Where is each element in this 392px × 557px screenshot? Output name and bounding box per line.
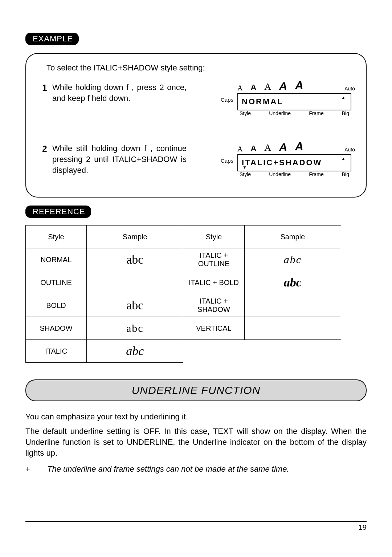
note-marker-icon: + <box>25 464 47 475</box>
lcd-text: ITALIC+SHADOW <box>242 158 322 167</box>
table-row: NORMAL abc ITALIC + OUTLINE abc <box>26 248 341 271</box>
caps-label: Caps <box>221 158 233 164</box>
lcd-display-1: A A A A A Auto Caps NORMAL ▲ Style Under <box>213 82 355 118</box>
lcd-bottom-underline: Underline <box>269 110 291 117</box>
lcd-frame: NORMAL ▲ <box>237 93 351 110</box>
example-box: To select the ITALIC+SHADOW style settin… <box>25 53 367 198</box>
lcd-bottom-big: Big <box>342 171 349 178</box>
lcd-bottom-big: Big <box>342 110 349 117</box>
style-cell: NORMAL <box>26 248 87 271</box>
lcd-display-2: A A A A A Auto Caps ITALIC+SHADOW ▲ ▼ St <box>213 143 355 179</box>
a-glyph-icon: A <box>250 144 256 153</box>
reference-table: Style Sample Style Sample NORMAL abc ITA… <box>25 225 341 363</box>
a-glyph-icon: A <box>264 81 271 92</box>
lcd-icons: A A A A A <box>237 82 338 92</box>
sample-cell: abc <box>87 317 183 340</box>
a-glyph-icon: A <box>250 83 256 92</box>
arrow-up-icon: ▲ <box>341 95 346 100</box>
lcd-bottom-style: Style <box>240 171 251 178</box>
lcd-bottom-frame: Frame <box>309 110 323 117</box>
underline-paragraph-2: The default underline setting is OFF. In… <box>25 426 367 459</box>
lcd-frame: ITALIC+SHADOW ▲ ▼ <box>237 154 351 171</box>
table-row: SHADOW abc VERTICAL <box>26 317 341 340</box>
style-cell: VERTICAL <box>183 317 244 340</box>
style-cell: ITALIC + SHADOW <box>183 294 244 317</box>
a-glyph-icon: A <box>295 79 303 92</box>
underline-paragraph-1: You can emphasize your text by underlini… <box>25 411 367 422</box>
step-row-1: 1 While holding down f , press 2 once, a… <box>37 82 355 118</box>
sample-cell <box>244 317 341 340</box>
step-text: While holding down f , press 2 once, and… <box>52 82 187 104</box>
section-header: UNDERLINE FUNCTION <box>25 379 367 401</box>
a-glyph-icon: A <box>279 141 287 153</box>
lcd-bottom-frame: Frame <box>309 171 323 178</box>
sample-cell <box>87 271 183 294</box>
step-text: While still holding down f , continue pr… <box>52 143 187 176</box>
a-glyph-icon: A <box>237 145 242 153</box>
lcd-text: NORMAL <box>242 97 283 106</box>
style-cell: ITALIC + BOLD <box>183 271 244 294</box>
example-intro: To select the ITALIC+SHADOW style settin… <box>46 63 355 73</box>
sample-cell: abc <box>87 340 183 363</box>
page-number: 19 <box>359 523 367 532</box>
lcd-icons: A A A A A <box>237 143 338 153</box>
style-cell: BOLD <box>26 294 87 317</box>
reference-label: REFERENCE <box>25 206 91 218</box>
step-number: 2 <box>37 143 52 154</box>
style-cell: ITALIC <box>26 340 87 363</box>
table-row: BOLD abc ITALIC + SHADOW <box>26 294 341 317</box>
arrow-up-icon: ▲ <box>341 156 346 161</box>
sample-cell: abc <box>87 294 183 317</box>
header-sample: Sample <box>87 225 183 248</box>
a-glyph-icon: A <box>295 140 303 153</box>
sample-cell <box>244 294 341 317</box>
table-row: ITALIC abc <box>26 340 341 363</box>
a-glyph-icon: A <box>264 142 271 153</box>
lcd-bottom-labels: Style Underline Frame Big <box>237 171 351 178</box>
step-row-2: 2 While still holding down f , continue … <box>37 143 355 179</box>
table-row: OUTLINE ITALIC + BOLD abc <box>26 271 341 294</box>
header-sample: Sample <box>244 225 341 248</box>
example-label: EXAMPLE <box>25 33 79 45</box>
auto-label: Auto <box>344 86 355 92</box>
sample-cell: abc <box>87 248 183 271</box>
table-header-row: Style Sample Style Sample <box>26 225 341 248</box>
auto-label: Auto <box>344 147 355 153</box>
sample-cell: abc <box>244 271 341 294</box>
page-footer: 19 <box>25 521 367 532</box>
a-glyph-icon: A <box>237 84 242 92</box>
lcd-bottom-underline: Underline <box>269 171 291 178</box>
lcd-bottom-style: Style <box>240 110 251 117</box>
caps-label: Caps <box>221 97 233 103</box>
sample-cell: abc <box>244 248 341 271</box>
a-glyph-icon: A <box>279 80 287 92</box>
style-cell: SHADOW <box>26 317 87 340</box>
underline-note: + The underline and frame settings can n… <box>25 464 367 475</box>
note-text: The underline and frame settings can not… <box>47 464 367 475</box>
style-cell: ITALIC + OUTLINE <box>183 248 244 271</box>
header-style: Style <box>26 225 87 248</box>
header-style: Style <box>183 225 244 248</box>
lcd-bottom-labels: Style Underline Frame Big <box>237 110 351 117</box>
style-cell: OUTLINE <box>26 271 87 294</box>
step-number: 1 <box>37 82 52 93</box>
arrow-down-icon: ▼ <box>242 165 247 170</box>
